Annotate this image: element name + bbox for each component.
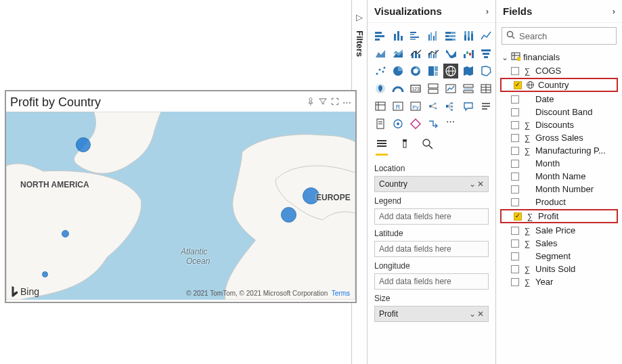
expand-filters-icon[interactable]: ▷ [356,12,363,22]
field-month-name[interactable]: Month Name [499,170,619,183]
line-chart-icon[interactable] [479,28,493,43]
location-well[interactable]: Country ⌄✕ [374,176,489,192]
field-checkbox[interactable] [511,240,519,248]
bubble-usa[interactable] [62,230,69,237]
line-clustered-column-icon[interactable] [426,46,441,61]
scatter-icon[interactable] [373,64,388,78]
stacked-bar-icon[interactable] [373,28,388,43]
ribbon-chart-icon[interactable] [443,46,458,61]
field-product[interactable]: Product [499,196,619,208]
azure-map-icon[interactable] [373,81,388,96]
python-visual-icon[interactable]: Py [408,99,423,114]
chevron-down-icon[interactable]: ⌄ [469,309,476,319]
paginated-report-icon[interactable] [373,116,388,131]
key-influencers-icon[interactable] [426,99,441,114]
field-checkbox[interactable] [511,278,519,286]
bubble-mexico[interactable] [42,271,48,277]
pin-icon[interactable] [306,97,315,108]
waterfall-icon[interactable] [461,46,476,61]
size-well[interactable]: Profit ⌄✕ [374,306,489,322]
more-visuals-icon[interactable]: ⋯ [443,116,458,131]
field-checkbox[interactable]: ✓ [514,81,522,89]
field-checkbox[interactable] [511,173,519,181]
pie-icon[interactable] [391,64,405,78]
collapse-viz-icon[interactable]: › [486,6,489,16]
donut-icon[interactable] [408,64,423,78]
hundred-stacked-column-icon[interactable] [461,28,476,43]
field-year[interactable]: Year [499,275,619,288]
field-checkbox[interactable] [511,265,519,273]
field-segment[interactable]: Segment [499,250,619,263]
decomposition-tree-icon[interactable] [443,99,458,114]
automate-icon[interactable] [426,116,441,131]
line-stacked-column-icon[interactable] [408,46,423,61]
slicer-icon[interactable] [461,81,476,96]
fields-tab-icon[interactable] [376,138,388,156]
r-visual-icon[interactable]: R [391,99,405,114]
multi-row-card-icon[interactable] [426,81,441,96]
field-discount-band[interactable]: Discount Band [499,106,619,118]
field-checkbox[interactable] [511,185,519,194]
clustered-bar-icon[interactable] [408,28,423,43]
kpi-icon[interactable] [443,81,458,96]
field-date[interactable]: Date [499,93,619,106]
search-input[interactable]: Search [502,27,617,45]
remove-size-icon[interactable]: ✕ [477,309,484,319]
field-sales[interactable]: Sales [499,237,619,250]
field-checkbox[interactable] [511,134,519,142]
field-units-sold[interactable]: Units Sold [499,263,619,275]
more-options-icon[interactable]: ⋯ [342,97,351,108]
clustered-column-icon[interactable] [426,28,441,43]
field-gross-sales[interactable]: Gross Sales [499,131,619,144]
field-month[interactable]: Month [499,157,619,170]
field-sale-price[interactable]: Sale Price [499,224,619,237]
smart-narrative-icon[interactable] [479,99,493,114]
chevron-down-icon[interactable]: ⌄ [469,179,476,189]
report-canvas[interactable]: Profit by Country ⋯ [0,0,351,364]
field-checkbox[interactable] [511,198,519,206]
stacked-column-icon[interactable] [391,28,405,43]
treemap-icon[interactable] [426,64,441,78]
chevron-down-icon[interactable]: ⌄ [502,53,508,62]
latitude-well[interactable]: Add data fields here [374,241,489,257]
field-checkbox[interactable] [511,160,519,168]
hundred-stacked-bar-icon[interactable] [443,28,458,43]
field-manufacturing-p-[interactable]: Manufacturing P... [499,144,619,157]
field-discounts[interactable]: Discounts [499,118,619,131]
table-icon[interactable] [479,81,493,96]
analytics-tab-icon[interactable] [422,138,434,156]
bubble-canada[interactable] [76,137,91,152]
bubble-france[interactable] [281,207,296,223]
field-month-number[interactable]: Month Number [499,183,619,196]
stacked-area-icon[interactable] [391,46,405,61]
area-chart-icon[interactable] [373,46,388,61]
remove-location-icon[interactable]: ✕ [477,179,484,189]
map-icon[interactable] [443,64,458,78]
matrix-icon[interactable] [373,99,388,114]
field-cogs[interactable]: COGS [499,64,619,77]
filter-icon[interactable] [318,97,328,108]
terms-link[interactable]: Terms [332,290,350,297]
powerapps-icon[interactable] [408,116,423,131]
qa-visual-icon[interactable] [461,99,476,114]
filled-map-icon[interactable] [461,64,476,78]
field-checkbox[interactable] [511,147,519,155]
field-checkbox[interactable]: ✓ [514,212,522,221]
map-body[interactable]: NORTH AMERICA EUROPE Atlantic Ocean Bing… [6,112,355,300]
format-tab-icon[interactable] [399,138,411,156]
field-checkbox[interactable] [511,95,519,104]
field-checkbox[interactable] [511,108,519,116]
collapse-fields-icon[interactable]: › [613,6,615,16]
gauge-icon[interactable] [391,81,405,96]
field-checkbox[interactable] [511,227,519,235]
legend-well[interactable]: Add data fields here [374,208,489,225]
longitude-well[interactable]: Add data fields here [374,273,489,290]
shape-map-icon[interactable] [479,64,493,78]
card-icon[interactable]: 123 [408,81,423,96]
field-profit[interactable]: ✓Profit [500,209,618,223]
funnel-icon[interactable] [479,46,493,61]
field-checkbox[interactable] [511,67,519,75]
arcgis-icon[interactable] [391,116,405,131]
field-checkbox[interactable] [511,121,519,129]
field-country[interactable]: ✓Country [500,78,618,92]
